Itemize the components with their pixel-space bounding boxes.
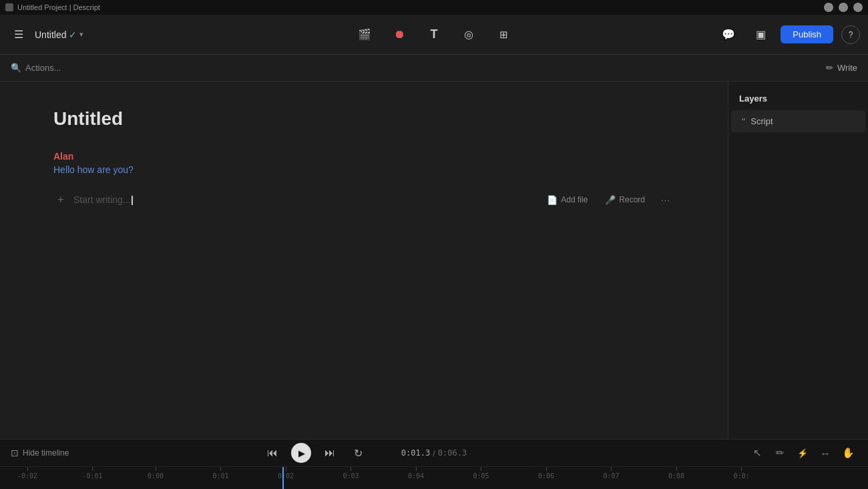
write-icon: ✏ [826, 63, 833, 73]
sidebar-item-script[interactable]: " Script [731, 110, 865, 132]
close-button[interactable] [853, 3, 863, 12]
project-status-icon: ✓ [69, 29, 77, 40]
skip-back-icon: ⏮ [267, 447, 278, 459]
hide-timeline-icon: ⊡ [11, 448, 19, 458]
ruler-mark: 0:04 [408, 467, 424, 480]
minimize-button[interactable] [824, 3, 833, 12]
ruler-mark: 0:03 [343, 467, 359, 480]
grid-icon: ⊞ [499, 29, 508, 41]
more-icon: ··· [661, 195, 670, 205]
write-label: Write [837, 63, 857, 73]
add-line-button[interactable]: + [53, 192, 68, 207]
ruler-mark: -0:01 [83, 467, 103, 480]
total-time: 0:06.3 [438, 448, 467, 458]
hamburger-icon: ☰ [14, 28, 23, 41]
menu-button[interactable]: ☰ [8, 24, 29, 45]
ruler-mark: 0:02 [278, 467, 294, 480]
mic-icon: 🎤 [605, 195, 616, 205]
camera-icon: 🎬 [358, 28, 371, 41]
play-icon: ▶ [298, 448, 305, 458]
project-name-area: Untitled ✓ ▾ [35, 29, 83, 40]
arrow-tool-icon: ↔ [821, 448, 831, 459]
timeline: ⊡ Hide timeline ⏮ ▶ ⏭ ↻ 0:01.3 / 0:06.3 [0, 439, 868, 489]
layout-icon: ▣ [756, 28, 766, 41]
top-toolbar: ☰ Untitled ✓ ▾ 🎬 ⏺ T ◎ ⊞ 💬 ▣ Publis [0, 15, 868, 55]
toolbar-center: 🎬 ⏺ T ◎ ⊞ [353, 23, 515, 47]
file-icon: 📄 [547, 195, 558, 205]
chevron-down-icon[interactable]: ▾ [79, 30, 83, 39]
skip-forward-icon: ⏭ [324, 447, 335, 459]
add-file-button[interactable]: 📄 Add file [541, 192, 593, 208]
document-title[interactable]: Untitled [53, 108, 674, 130]
playback-controls: ⏮ ▶ ⏭ ↻ [263, 443, 367, 463]
layout-button[interactable]: ▣ [748, 23, 773, 47]
skip-forward-button[interactable]: ⏭ [320, 444, 339, 462]
hide-timeline-label: Hide timeline [23, 448, 69, 458]
ruler-mark: 0:00 [148, 467, 164, 480]
select-tool-icon: ↖ [753, 447, 762, 459]
script-icon: " [742, 116, 745, 127]
text-cursor [132, 196, 133, 205]
text-button[interactable]: T [422, 23, 446, 47]
title-bar: Untitled Project | Descript [0, 0, 868, 15]
actions-label: Actions... [25, 63, 61, 73]
add-file-label: Add file [561, 195, 588, 204]
grid-button[interactable]: ⊞ [491, 23, 515, 47]
loop-button[interactable]: ↻ [349, 444, 367, 462]
select-tool-button[interactable]: ↖ [748, 444, 767, 462]
comments-button[interactable]: 💬 [716, 23, 740, 47]
ruler-mark: 0:06 [538, 467, 554, 480]
line-actions: 📄 Add file 🎤 Record ··· [541, 191, 674, 208]
search-icon: 🔍 [11, 63, 21, 73]
record-icon: ⏺ [394, 28, 405, 41]
placeholder-text: Start writing... [73, 194, 131, 205]
ruler-mark: 0:01 [213, 467, 229, 480]
edit-tool-icon: ✏ [776, 447, 785, 459]
window-controls [824, 3, 863, 12]
ruler-mark: 0:05 [473, 467, 489, 480]
skip-back-button[interactable]: ⏮ [263, 444, 282, 462]
speaker-text[interactable]: Hello how are you? [53, 164, 674, 175]
arrow-tool-button[interactable]: ↔ [816, 444, 835, 462]
speaker-name: Alan [53, 151, 674, 162]
project-name[interactable]: Untitled [35, 29, 66, 40]
timeline-ruler[interactable]: -0:02 -0:01 0:00 0:01 0:02 0:03 0:04 0:0… [0, 467, 868, 489]
editor-area: Untitled Alan Hello how are you? + Start… [0, 82, 728, 439]
start-writing-placeholder[interactable]: Start writing... [73, 194, 536, 205]
shape-button[interactable]: ◎ [457, 23, 481, 47]
play-button[interactable]: ▶ [291, 443, 311, 463]
time-separator: / [433, 448, 435, 458]
app-icon [5, 3, 13, 11]
write-button[interactable]: ✏ Write [826, 63, 857, 73]
maximize-button[interactable] [839, 3, 848, 12]
shape-icon: ◎ [464, 28, 473, 41]
record-button[interactable]: ⏺ [387, 23, 411, 47]
help-button[interactable]: ? [841, 25, 860, 44]
time-display: 0:01.3 / 0:06.3 [401, 448, 467, 458]
sidebar-item-label: Script [750, 116, 773, 126]
help-icon: ? [849, 30, 853, 39]
screen-capture-button[interactable]: 🎬 [353, 23, 377, 47]
main-layout: Untitled Alan Hello how are you? + Start… [0, 82, 868, 439]
playhead[interactable] [282, 467, 284, 489]
edit-tool-button[interactable]: ✏ [771, 444, 789, 462]
record-line-button[interactable]: 🎤 Record [600, 192, 650, 208]
more-options-button[interactable]: ··· [657, 191, 674, 208]
trim-tool-icon: ⚡ [797, 448, 808, 458]
plus-icon: + [57, 194, 63, 206]
hand-tool-button[interactable]: ✋ [839, 444, 857, 462]
record-label: Record [619, 195, 645, 204]
actions-search[interactable]: 🔍 Actions... [11, 63, 61, 73]
loop-icon: ↻ [354, 447, 363, 460]
ruler-mark: 0:08 [668, 467, 684, 480]
sidebar-header: Layers [728, 90, 868, 110]
speaker-block: Alan Hello how are you? [53, 151, 674, 175]
toolbar-right: 💬 ▣ Publish ? [716, 23, 860, 47]
trim-tool-button[interactable]: ⚡ [793, 444, 812, 462]
hide-timeline-button[interactable]: ⊡ Hide timeline [11, 448, 69, 458]
current-time: 0:01.3 [401, 448, 430, 458]
ruler-mark: 0:07 [604, 467, 620, 480]
timeline-controls: ⊡ Hide timeline ⏮ ▶ ⏭ ↻ 0:01.3 / 0:06.3 [0, 440, 868, 467]
comment-icon: 💬 [722, 28, 735, 41]
publish-button[interactable]: Publish [781, 25, 833, 43]
